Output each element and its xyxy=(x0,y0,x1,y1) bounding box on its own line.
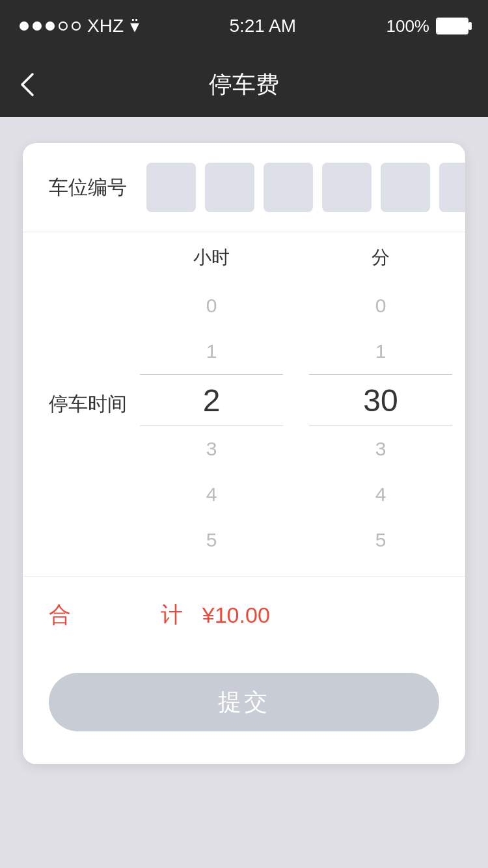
picker-columns: 小时 0 1 2 3 4 5 xyxy=(127,245,465,563)
min-item-3: 3 xyxy=(296,426,465,472)
signal-dots xyxy=(20,21,81,31)
parking-number-row: 车位编号 xyxy=(23,143,465,232)
parking-time-label: 停车时间 xyxy=(23,391,127,418)
total-row: 合 计 ¥10.00 xyxy=(23,576,465,653)
battery-icon xyxy=(436,18,468,34)
hour-item-4: 4 xyxy=(127,472,296,517)
min-item-0: 0 xyxy=(296,283,465,329)
back-button[interactable] xyxy=(20,72,35,98)
number-box-6[interactable] xyxy=(439,163,465,212)
nav-bar: 停车费 xyxy=(0,52,488,117)
number-box-4[interactable] xyxy=(322,163,372,212)
min-item-4: 4 xyxy=(296,472,465,517)
status-bar: XHZ ▾̈ 5:21 AM 100% xyxy=(0,0,488,52)
number-boxes xyxy=(146,163,465,212)
min-items[interactable]: 0 1 30 3 4 5 xyxy=(296,283,465,563)
min-header: 分 xyxy=(372,245,390,277)
hour-header: 小时 xyxy=(193,245,230,277)
time-picker-section: 停车时间 小时 0 1 2 xyxy=(23,232,465,576)
carrier-text: XHZ xyxy=(87,16,124,36)
battery-percent: 100% xyxy=(386,16,429,36)
status-left: XHZ ▾̈ xyxy=(20,16,139,37)
number-box-2[interactable] xyxy=(205,163,254,212)
hour-item-0: 0 xyxy=(127,283,296,329)
parking-number-label: 车位编号 xyxy=(49,174,127,201)
page-title: 停车费 xyxy=(209,69,279,101)
number-box-1[interactable] xyxy=(146,163,196,212)
min-item-selected: 30 xyxy=(296,374,465,426)
hour-item-selected: 2 xyxy=(127,374,296,426)
min-item-1: 1 xyxy=(296,329,465,374)
status-time: 5:21 AM xyxy=(229,16,296,36)
hour-item-3: 3 xyxy=(127,426,296,472)
submit-button[interactable]: 提交 xyxy=(49,673,439,731)
main-content: 车位编号 停车时间 小时 0 1 xyxy=(0,117,488,790)
main-card: 车位编号 停车时间 小时 0 1 xyxy=(23,143,465,764)
hour-item-5: 5 xyxy=(127,517,296,563)
number-box-3[interactable] xyxy=(264,163,313,212)
hour-column[interactable]: 小时 0 1 2 3 4 5 xyxy=(127,245,296,563)
wifi-icon: ▾̈ xyxy=(130,16,139,37)
number-box-5[interactable] xyxy=(381,163,430,212)
hour-items[interactable]: 0 1 2 3 4 5 xyxy=(127,283,296,563)
total-amount: ¥10.00 xyxy=(202,603,270,628)
hour-item-1: 1 xyxy=(127,329,296,374)
min-item-5: 5 xyxy=(296,517,465,563)
minute-column[interactable]: 分 0 1 30 3 4 5 xyxy=(296,245,465,563)
status-right: 100% xyxy=(386,16,468,36)
submit-section: 提交 xyxy=(23,653,465,764)
picker-container[interactable]: 小时 0 1 2 3 4 5 xyxy=(127,245,465,563)
total-label: 合 计 xyxy=(49,600,196,630)
